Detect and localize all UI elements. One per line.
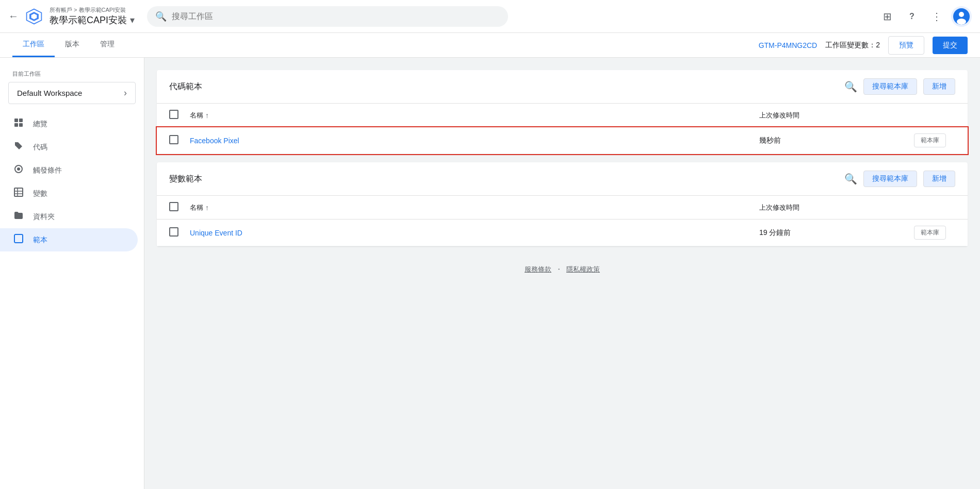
main-content: 代碼範本 🔍 搜尋範本庫 新增 名稱 ↑ 上次修改時間 (144, 58, 980, 489)
grid-button[interactable]: ⊞ (877, 6, 897, 27)
workspace-selector-name: Default Workspace (17, 89, 82, 97)
variable-row-link[interactable]: Unique Event ID (190, 229, 242, 237)
submit-button[interactable]: 提交 (933, 37, 968, 54)
container-id: GTM-P4MNG2CD (759, 41, 818, 49)
triggers-label: 觸發條件 (33, 166, 62, 175)
svg-point-6 (957, 19, 966, 25)
grid-icon: ⊞ (883, 10, 892, 23)
tag-new-button[interactable]: 新增 (923, 78, 955, 95)
folders-icon (12, 210, 25, 223)
app-header: ← 所有帳戶 > 教學示範CAPI安裝 教學示範CAPI安裝 ▾ 🔍 ⊞ ? ⋮ (0, 0, 980, 33)
svg-rect-8 (19, 119, 23, 122)
tag-search-gallery-button[interactable]: 搜尋範本庫 (863, 78, 917, 95)
search-bar: 🔍 (147, 6, 508, 27)
svg-point-5 (959, 12, 964, 17)
variable-header-name[interactable]: 名稱 ↑ (190, 203, 759, 212)
tab-versions[interactable]: 版本 (55, 33, 90, 57)
variable-templates-actions: 🔍 搜尋範本庫 新增 (844, 171, 955, 187)
svg-point-12 (17, 167, 20, 171)
sidebar-item-triggers[interactable]: 觸發條件 (0, 159, 138, 182)
privacy-link[interactable]: 隱私權政策 (566, 265, 600, 274)
tag-templates-actions: 🔍 搜尋範本庫 新增 (844, 78, 955, 95)
header-actions: ⊞ ? ⋮ (877, 6, 972, 27)
tag-badge-button[interactable]: 範本庫 (914, 133, 946, 147)
workspace-selector[interactable]: Default Workspace › (8, 82, 136, 104)
avatar[interactable] (951, 6, 972, 27)
triggers-icon (12, 164, 25, 177)
variable-templates-search-icon[interactable]: 🔍 (844, 173, 857, 185)
footer: 服務條款 ・ 隱私權政策 (157, 255, 968, 284)
search-input[interactable] (172, 12, 500, 21)
svg-rect-10 (19, 123, 23, 127)
tag-header-time: 上次修改時間 (759, 111, 914, 120)
back-icon: ← (8, 10, 19, 22)
help-button[interactable]: ? (902, 6, 922, 27)
variable-header-check (169, 202, 190, 213)
workspace-changes: 工作區變更數：2 (825, 41, 880, 50)
sidebar-item-folders[interactable]: 資料夾 (0, 205, 138, 228)
svg-rect-9 (14, 123, 18, 127)
variable-badge-button[interactable]: 範本庫 (914, 226, 946, 240)
tag-row-time: 幾秒前 (759, 136, 914, 145)
breadcrumb: 所有帳戶 > 教學示範CAPI安裝 (50, 6, 135, 14)
variable-row-checkbox[interactable] (169, 227, 178, 237)
sub-nav-right: GTM-P4MNG2CD 工作區變更數：2 預覽 提交 (759, 36, 968, 55)
tag-select-all-checkbox[interactable] (169, 110, 178, 119)
sub-nav: 工作區 版本 管理 GTM-P4MNG2CD 工作區變更數：2 預覽 提交 (0, 33, 980, 58)
svg-rect-7 (14, 119, 18, 122)
tags-icon (12, 141, 25, 154)
sidebar-item-tags[interactable]: 代碼 (0, 136, 138, 159)
variables-icon (12, 187, 25, 200)
sidebar-section-label: 目前工作區 (0, 66, 144, 80)
tag-templates-search-icon[interactable]: 🔍 (844, 80, 857, 93)
overview-label: 總覽 (33, 120, 47, 129)
variable-row-time: 19 分鐘前 (759, 228, 914, 238)
main-layout: 目前工作區 Default Workspace › 總覽 代碼 觸發條件 (0, 58, 980, 489)
tags-label: 代碼 (33, 143, 47, 152)
tag-sort-icon: ↑ (205, 111, 209, 120)
workspace-selector-arrow: › (124, 88, 127, 98)
tag-row-link[interactable]: Facebook Pixel (190, 137, 239, 145)
variable-templates-header: 變數範本 🔍 搜尋範本庫 新增 (157, 162, 968, 196)
workspace-title: 教學示範CAPI安裝 (50, 14, 127, 26)
variable-header-time: 上次修改時間 (759, 203, 914, 212)
more-button[interactable]: ⋮ (926, 6, 947, 27)
variable-row-badge: 範本庫 (914, 226, 955, 240)
tab-admin[interactable]: 管理 (90, 33, 125, 57)
header-title-block: 所有帳戶 > 教學示範CAPI安裝 教學示範CAPI安裝 ▾ (50, 6, 135, 26)
tag-row-checkbox[interactable] (169, 135, 178, 144)
back-button[interactable]: ← (8, 10, 19, 22)
variable-row-name: Unique Event ID (190, 229, 759, 237)
tag-templates-header: 代碼範本 🔍 搜尋範本庫 新增 (157, 70, 968, 104)
tag-table-row: Facebook Pixel 幾秒前 範本庫 (157, 127, 968, 154)
templates-icon (12, 233, 25, 246)
workspace-dropdown-icon: ▾ (130, 14, 135, 26)
variable-table-row: Unique Event ID 19 分鐘前 範本庫 (157, 220, 968, 246)
overview-icon (12, 117, 25, 130)
variables-label: 變數 (33, 189, 47, 198)
sidebar: 目前工作區 Default Workspace › 總覽 代碼 觸發條件 (0, 58, 144, 489)
tag-row-name: Facebook Pixel (190, 137, 759, 145)
sidebar-item-overview[interactable]: 總覽 (0, 112, 138, 136)
tag-header-name[interactable]: 名稱 ↑ (190, 111, 759, 120)
variable-templates-section: 變數範本 🔍 搜尋範本庫 新增 名稱 ↑ 上次修改時間 (157, 162, 968, 246)
footer-separator: ・ (556, 265, 562, 274)
tag-row-check (169, 135, 190, 146)
tag-table-header: 名稱 ↑ 上次修改時間 (157, 104, 968, 127)
sidebar-item-variables[interactable]: 變數 (0, 182, 138, 205)
more-icon: ⋮ (932, 10, 942, 23)
workspace-title-container[interactable]: 教學示範CAPI安裝 ▾ (50, 14, 135, 26)
sidebar-item-templates[interactable]: 範本 (0, 228, 138, 251)
variable-new-button[interactable]: 新增 (923, 171, 955, 187)
terms-link[interactable]: 服務條款 (525, 265, 551, 274)
tag-templates-title: 代碼範本 (169, 81, 202, 92)
folders-label: 資料夾 (33, 212, 55, 222)
tab-workspace[interactable]: 工作區 (12, 33, 55, 57)
preview-button[interactable]: 預覽 (888, 36, 924, 55)
variable-templates-title: 變數範本 (169, 174, 202, 184)
variable-select-all-checkbox[interactable] (169, 202, 178, 211)
variable-search-gallery-button[interactable]: 搜尋範本庫 (863, 171, 917, 187)
variable-sort-icon: ↑ (205, 204, 209, 212)
svg-rect-17 (14, 234, 23, 243)
templates-label: 範本 (33, 235, 47, 245)
